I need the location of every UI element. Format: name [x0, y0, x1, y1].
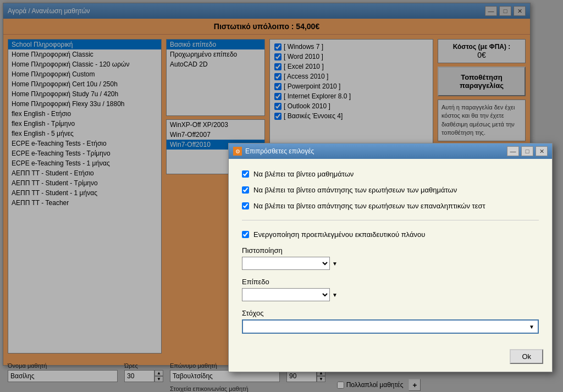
dialog-checkbox-4[interactable]	[242, 231, 249, 238]
dialog-checkbox-3[interactable]	[242, 202, 249, 209]
dialog-maximize-button[interactable]: □	[521, 146, 533, 156]
target-input[interactable]	[242, 319, 539, 334]
dialog-cb-row-3: Να βλέπει τα βίντεο απάντησης των ερωτήσ…	[242, 202, 539, 210]
target-input-wrap: ▼	[242, 319, 539, 334]
target-label: Στόχος	[242, 309, 539, 317]
dialog-cb-row-4: Ενεργοποίηση προεπιλεγμένου εκπαιδευτικο…	[242, 230, 539, 239]
dialog-title-bar: ⚙ Επιπρόσθετες επιλογές ― □ ✕	[229, 143, 552, 159]
cert-select[interactable]	[242, 257, 330, 270]
level-dropdown-icon: ▼	[332, 292, 338, 298]
level-select[interactable]	[242, 288, 330, 301]
dialog-close-button[interactable]: ✕	[536, 146, 548, 156]
dialog-title-icon: ⚙	[233, 147, 242, 156]
dialog-ok-button[interactable]: Ok	[510, 349, 543, 364]
target-field: Στόχος ▼	[242, 309, 539, 334]
dialog-title-group: ⚙ Επιπρόσθετες επιλογές	[233, 147, 314, 156]
dialog-cb-label-2: Να βλέπει τα βίντεο απάντησης των ερωτήσ…	[253, 186, 457, 194]
additional-options-dialog: ⚙ Επιπρόσθετες επιλογές ― □ ✕ Να βλέπει …	[228, 143, 553, 372]
dialog-window-controls: ― □ ✕	[507, 146, 548, 156]
dialog-checkbox-1[interactable]	[242, 170, 249, 178]
dialog-checkbox-2[interactable]	[242, 186, 249, 194]
level-select-wrap: ▼	[242, 288, 539, 301]
dialog-cb-label-1: Να βλέπει τα βίντεο μαθημάτων	[253, 170, 354, 178]
level-field: Επίπεδο ▼	[242, 278, 539, 301]
dialog-footer: Ok	[229, 345, 552, 372]
dialog-content: Να βλέπει τα βίντεο μαθημάτων Να βλέπει …	[229, 159, 552, 345]
dialog-cb-row-1: Να βλέπει τα βίντεο μαθημάτων	[242, 170, 539, 178]
cert-field: Πιστοποίηση ▼	[242, 246, 539, 270]
dialog-minimize-button[interactable]: ―	[507, 146, 519, 156]
cert-label: Πιστοποίηση	[242, 246, 539, 255]
level-label: Επίπεδο	[242, 278, 539, 286]
dialog-cb-label-3: Να βλέπει τα βίντεο απάντησης των ερωτήσ…	[253, 202, 485, 210]
target-dropdown-icon: ▼	[529, 324, 534, 330]
dialog-title: Επιπρόσθετες επιλογές	[245, 147, 314, 155]
dialog-cb-row-2: Να βλέπει τα βίντεο απάντησης των ερωτήσ…	[242, 186, 539, 194]
dialog-divider	[242, 220, 539, 220]
cert-select-wrap: ▼	[242, 257, 539, 270]
cert-dropdown-icon: ▼	[332, 261, 338, 267]
dialog-cb-label-4: Ενεργοποίηση προεπιλεγμένου εκπαιδευτικο…	[253, 230, 425, 239]
